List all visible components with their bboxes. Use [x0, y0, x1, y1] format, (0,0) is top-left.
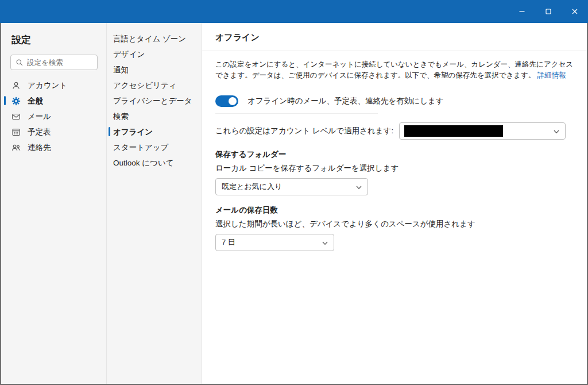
retention-dropdown[interactable]: 7 日: [215, 234, 334, 251]
nav-item-accessibility[interactable]: アクセシビリティ: [107, 78, 202, 93]
search-input[interactable]: [27, 59, 92, 67]
nav-item-about-outlook[interactable]: Outlook について: [107, 155, 202, 171]
chevron-down-icon: [355, 184, 362, 191]
nav-item-appearance[interactable]: デザイン: [107, 47, 202, 62]
offline-toggle-label: オフライン時のメール、予定表、連絡先を有効にします: [247, 96, 444, 106]
people-icon: [11, 143, 21, 152]
folders-section-description: ローカル コピーを保存するフォルダーを選択します: [215, 163, 579, 174]
search-icon: [16, 59, 24, 67]
nav-item-language-time[interactable]: 言語とタイム ゾーン: [107, 31, 202, 47]
folders-dropdown-value: 既定とお気に入り: [222, 182, 282, 192]
gear-icon: [11, 97, 21, 106]
maximize-icon: [545, 8, 552, 15]
minimize-button[interactable]: [509, 0, 535, 23]
maximize-button[interactable]: [535, 0, 562, 23]
folders-dropdown[interactable]: 既定とお気に入り: [215, 178, 368, 195]
person-icon: [11, 81, 21, 90]
heading-divider: [202, 51, 587, 51]
toggle-divider: [215, 113, 378, 114]
sidebar-item-label: 全般: [28, 96, 43, 106]
close-button[interactable]: [562, 0, 588, 23]
chevron-down-icon: [322, 240, 328, 247]
sidebar-item-general[interactable]: 全般: [10, 93, 98, 109]
page-title: 設定: [11, 33, 98, 47]
general-settings-nav: 言語とタイム ゾーン デザイン 通知 アクセシビリティ プライバシーとデータ 検…: [106, 23, 202, 384]
close-icon: [571, 8, 578, 15]
nav-item-notifications[interactable]: 通知: [107, 62, 202, 78]
nav-item-search[interactable]: 検索: [107, 109, 202, 124]
sidebar-item-calendar[interactable]: 予定表: [10, 124, 98, 140]
offline-description: この設定をオンにすると、インターネットに接続していないときでもメール、カレンダー…: [215, 59, 579, 81]
section-heading: オフライン: [215, 32, 579, 43]
learn-more-link[interactable]: 詳細情報: [537, 71, 566, 79]
settings-search[interactable]: [10, 55, 98, 70]
offline-settings-panel: オフライン この設定をオンにすると、インターネットに接続していないときでもメール…: [202, 23, 587, 384]
calendar-icon: [11, 128, 21, 137]
minimize-icon: [519, 8, 525, 15]
mail-icon: [11, 112, 21, 121]
titlebar: [0, 0, 588, 23]
sidebar-item-contacts[interactable]: 連絡先: [10, 140, 98, 155]
sidebar-item-mail[interactable]: メール: [10, 109, 98, 124]
retention-section-description: 選択した期間が長いほど、デバイスでより多くのスペースが使用されます: [215, 219, 579, 229]
nav-item-offline[interactable]: オフライン: [107, 124, 202, 140]
sidebar-item-accounts[interactable]: アカウント: [10, 78, 98, 93]
toggle-knob: [229, 97, 237, 105]
sidebar-item-label: アカウント: [28, 80, 67, 91]
sidebar-item-label: 連絡先: [28, 143, 51, 153]
folders-section-title: 保存するフォルダー: [215, 149, 579, 160]
settings-sidebar: 設定 アカウント: [1, 23, 106, 384]
offline-toggle[interactable]: [215, 95, 238, 107]
retention-dropdown-value: 7 日: [222, 237, 235, 248]
redacted-account-value: [404, 125, 503, 137]
sidebar-item-label: 予定表: [28, 127, 51, 137]
chevron-down-icon: [553, 128, 560, 135]
settings-window: 設定 アカウント: [0, 0, 588, 385]
account-dropdown[interactable]: [399, 122, 566, 140]
nav-item-privacy-data[interactable]: プライバシーとデータ: [107, 93, 202, 109]
nav-item-startup[interactable]: スタートアップ: [107, 140, 202, 155]
account-scope-label: これらの設定はアカウント レベルで適用されます:: [215, 126, 393, 136]
retention-section-title: メールの保存日数: [215, 205, 579, 215]
sidebar-item-label: メール: [28, 111, 51, 122]
